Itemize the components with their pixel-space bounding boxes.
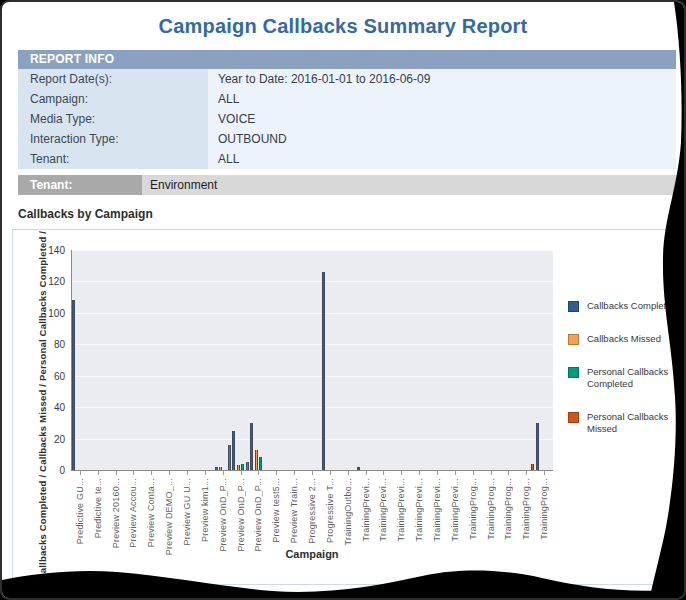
legend-swatch — [568, 367, 579, 378]
x-tick-label: Preview test5... — [271, 478, 281, 543]
bar-callbacks-completed — [232, 431, 235, 470]
chart-panel: 020406080100120140 Predictive GU...Predi… — [12, 229, 686, 585]
x-tick-label: TrainingProg... — [486, 478, 496, 540]
bar-personal-callbacks-completed — [259, 457, 262, 470]
x-tick-mark — [169, 471, 170, 475]
x-tick-label: TrainingPrevi... — [378, 478, 388, 541]
x-tick-label: Preview 20160... — [111, 478, 121, 548]
x-tick-label: TrainingPrevi... — [450, 478, 460, 541]
legend-swatch — [568, 301, 579, 312]
legend-label: Callbacks Missed — [587, 333, 679, 345]
report-info-row-value: ALL — [208, 89, 676, 109]
legend-item: Personal Callbacks Completed — [568, 366, 679, 390]
x-tick-label: Preview DEMO_... — [164, 478, 174, 555]
x-tick-mark — [348, 471, 349, 475]
report-info-row: Tenant:ALL — [18, 149, 676, 169]
report-info-row: Interaction Type:OUTBOUND — [18, 129, 676, 149]
x-tick-label: Preview OnD_P... — [218, 478, 228, 552]
x-tick-label: Preview Train... — [289, 478, 299, 543]
report-info-row: Report Date(s):Year to Date: 2016-01-01 … — [18, 69, 676, 89]
x-tick-mark — [258, 471, 259, 475]
gridline — [71, 439, 553, 440]
x-tick-label: Preview OnD_P... — [236, 478, 246, 552]
x-tick-mark — [205, 471, 206, 475]
legend-item: Callbacks Missed — [568, 333, 679, 345]
bar-callbacks-missed — [255, 450, 258, 470]
x-tick-mark — [151, 471, 152, 475]
report-info-row-value: VOICE — [208, 109, 676, 129]
legend-item: Personal Callbacks Missed — [568, 411, 679, 435]
legend-swatch — [568, 334, 579, 345]
x-tick-mark — [276, 471, 277, 475]
x-tick-mark — [383, 471, 384, 475]
x-tick-mark — [223, 471, 224, 475]
report-info-row-label: Media Type: — [18, 109, 208, 129]
x-tick-label: TrainingPrevi... — [414, 478, 424, 541]
x-tick-mark — [491, 471, 492, 475]
tenant-bar: Tenant: Environment — [18, 175, 684, 195]
tenant-bar-label: Tenant: — [18, 175, 142, 195]
x-tick-mark — [312, 471, 313, 475]
legend-label: Callbacks Completed — [587, 300, 679, 312]
x-tick-label: TrainingProg... — [503, 478, 513, 540]
x-tick-mark — [419, 471, 420, 475]
gridline — [71, 376, 553, 377]
x-tick-mark — [294, 471, 295, 475]
x-tick-mark — [437, 471, 438, 475]
x-tick-label: Preview GU U... — [182, 478, 192, 546]
x-tick-mark — [116, 471, 117, 475]
legend-item: Callbacks Completed — [568, 300, 679, 312]
gridline — [71, 313, 553, 314]
x-tick-label: TrainingProg... — [521, 478, 531, 540]
x-tick-mark — [544, 471, 545, 475]
bar-callbacks-completed — [536, 423, 539, 470]
x-tick-label: Preview Conta... — [146, 478, 156, 547]
page-title: Campaign Callbacks Summary Report — [2, 15, 684, 38]
x-tick-label: Preview kim1... — [200, 478, 210, 542]
tenant-tab-environment[interactable]: Environment — [142, 175, 684, 195]
gridline — [71, 344, 553, 345]
x-tick-mark — [473, 471, 474, 475]
x-tick-mark — [455, 471, 456, 475]
report-info-table: REPORT INFO Report Date(s):Year to Date:… — [18, 50, 676, 169]
chart-section-title: Callbacks by Campaign — [18, 207, 153, 221]
x-tick-label: TrainingProg... — [468, 478, 478, 540]
legend-label: Personal Callbacks Missed — [587, 411, 679, 435]
report-info-row-label: Report Date(s): — [18, 69, 208, 89]
report-info-row-value: ALL — [208, 149, 676, 169]
bar-callbacks-completed — [72, 300, 75, 470]
x-tick-mark — [330, 471, 331, 475]
report-info-row: Media Type:VOICE — [18, 109, 676, 129]
chart-legend: Callbacks CompletedCallbacks MissedPerso… — [568, 300, 679, 435]
legend-swatch — [568, 412, 579, 423]
x-tick-label: Progressive 2... — [307, 478, 317, 544]
report-info-row: Campaign:ALL — [18, 89, 676, 109]
y-axis-line — [71, 250, 72, 470]
legend-label: Personal Callbacks Completed — [587, 366, 679, 390]
report-info-row-label: Interaction Type: — [18, 129, 208, 149]
x-tick-label: TrainingPrevi... — [361, 478, 371, 541]
x-tick-label: TrainingPrevi... — [432, 478, 442, 541]
x-tick-label: Predictive te... — [93, 478, 103, 538]
report-info-header: REPORT INFO — [18, 50, 676, 69]
report-info-row-value: OUTBOUND — [208, 129, 676, 149]
x-tick-mark — [526, 471, 527, 475]
x-tick-label: Preview OnD_P... — [253, 478, 263, 552]
x-tick-label: TrainingPrevi... — [396, 478, 406, 541]
x-tick-mark — [98, 471, 99, 475]
x-axis-title: Campaign — [71, 548, 553, 560]
gridline — [71, 250, 553, 251]
bar-callbacks-completed — [322, 272, 325, 470]
y-axis-title: Callbacks Completed / Callbacks Missed /… — [37, 229, 48, 580]
x-tick-mark — [241, 471, 242, 475]
x-tick-label: Preview Accou... — [128, 478, 138, 548]
report-info-row-value: Year to Date: 2016-01-01 to 2016-06-09 — [208, 69, 676, 89]
x-tick-mark — [366, 471, 367, 475]
x-tick-label: TrainingProg... — [539, 478, 549, 540]
bar-callbacks-completed — [250, 423, 253, 470]
x-tick-mark — [133, 471, 134, 475]
gridline — [71, 407, 553, 408]
report-info-rows: Report Date(s):Year to Date: 2016-01-01 … — [18, 69, 676, 169]
x-tick-mark — [508, 471, 509, 475]
report-info-row-label: Campaign: — [18, 89, 208, 109]
